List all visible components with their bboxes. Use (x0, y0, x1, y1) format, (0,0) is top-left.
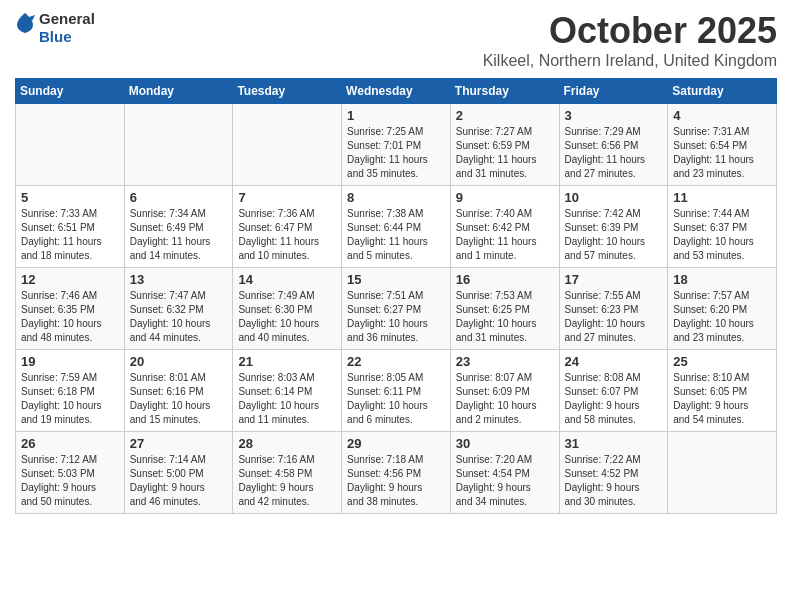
calendar-cell: 1Sunrise: 7:25 AM Sunset: 7:01 PM Daylig… (342, 104, 451, 186)
day-number: 30 (456, 436, 554, 451)
day-number: 25 (673, 354, 771, 369)
calendar-body: 1Sunrise: 7:25 AM Sunset: 7:01 PM Daylig… (16, 104, 777, 514)
day-number: 14 (238, 272, 336, 287)
day-info: Sunrise: 7:47 AM Sunset: 6:32 PM Dayligh… (130, 289, 228, 345)
day-info: Sunrise: 7:38 AM Sunset: 6:44 PM Dayligh… (347, 207, 445, 263)
weekday-header-thursday: Thursday (450, 79, 559, 104)
day-number: 18 (673, 272, 771, 287)
day-number: 20 (130, 354, 228, 369)
calendar-cell: 5Sunrise: 7:33 AM Sunset: 6:51 PM Daylig… (16, 186, 125, 268)
page-container: General Blue October 2025 Kilkeel, North… (0, 0, 792, 524)
day-info: Sunrise: 8:05 AM Sunset: 6:11 PM Dayligh… (347, 371, 445, 427)
day-info: Sunrise: 7:53 AM Sunset: 6:25 PM Dayligh… (456, 289, 554, 345)
day-number: 4 (673, 108, 771, 123)
calendar-week-2: 12Sunrise: 7:46 AM Sunset: 6:35 PM Dayli… (16, 268, 777, 350)
weekday-header-friday: Friday (559, 79, 668, 104)
calendar-cell: 17Sunrise: 7:55 AM Sunset: 6:23 PM Dayli… (559, 268, 668, 350)
month-title: October 2025 (483, 10, 777, 52)
day-info: Sunrise: 7:36 AM Sunset: 6:47 PM Dayligh… (238, 207, 336, 263)
calendar-cell: 11Sunrise: 7:44 AM Sunset: 6:37 PM Dayli… (668, 186, 777, 268)
weekday-header-monday: Monday (124, 79, 233, 104)
calendar-cell: 2Sunrise: 7:27 AM Sunset: 6:59 PM Daylig… (450, 104, 559, 186)
calendar-cell: 30Sunrise: 7:20 AM Sunset: 4:54 PM Dayli… (450, 432, 559, 514)
day-info: Sunrise: 8:03 AM Sunset: 6:14 PM Dayligh… (238, 371, 336, 427)
calendar-cell: 15Sunrise: 7:51 AM Sunset: 6:27 PM Dayli… (342, 268, 451, 350)
logo-general: General (39, 10, 95, 28)
calendar-cell: 14Sunrise: 7:49 AM Sunset: 6:30 PM Dayli… (233, 268, 342, 350)
calendar-cell (16, 104, 125, 186)
day-number: 16 (456, 272, 554, 287)
calendar-cell: 25Sunrise: 8:10 AM Sunset: 6:05 PM Dayli… (668, 350, 777, 432)
weekday-header-tuesday: Tuesday (233, 79, 342, 104)
day-info: Sunrise: 7:42 AM Sunset: 6:39 PM Dayligh… (565, 207, 663, 263)
day-info: Sunrise: 7:51 AM Sunset: 6:27 PM Dayligh… (347, 289, 445, 345)
day-info: Sunrise: 7:59 AM Sunset: 6:18 PM Dayligh… (21, 371, 119, 427)
day-number: 5 (21, 190, 119, 205)
day-info: Sunrise: 7:20 AM Sunset: 4:54 PM Dayligh… (456, 453, 554, 509)
day-number: 6 (130, 190, 228, 205)
weekday-header-sunday: Sunday (16, 79, 125, 104)
calendar-cell: 10Sunrise: 7:42 AM Sunset: 6:39 PM Dayli… (559, 186, 668, 268)
day-number: 12 (21, 272, 119, 287)
location: Kilkeel, Northern Ireland, United Kingdo… (483, 52, 777, 70)
calendar-cell: 8Sunrise: 7:38 AM Sunset: 6:44 PM Daylig… (342, 186, 451, 268)
day-info: Sunrise: 7:14 AM Sunset: 5:00 PM Dayligh… (130, 453, 228, 509)
calendar-cell: 4Sunrise: 7:31 AM Sunset: 6:54 PM Daylig… (668, 104, 777, 186)
day-number: 1 (347, 108, 445, 123)
calendar-cell (668, 432, 777, 514)
weekday-header-saturday: Saturday (668, 79, 777, 104)
day-number: 8 (347, 190, 445, 205)
day-number: 2 (456, 108, 554, 123)
calendar-cell (124, 104, 233, 186)
logo-bird-icon (15, 11, 35, 46)
calendar-cell: 9Sunrise: 7:40 AM Sunset: 6:42 PM Daylig… (450, 186, 559, 268)
calendar-cell: 21Sunrise: 8:03 AM Sunset: 6:14 PM Dayli… (233, 350, 342, 432)
day-number: 23 (456, 354, 554, 369)
weekday-header-row: SundayMondayTuesdayWednesdayThursdayFrid… (16, 79, 777, 104)
calendar-cell: 19Sunrise: 7:59 AM Sunset: 6:18 PM Dayli… (16, 350, 125, 432)
day-number: 3 (565, 108, 663, 123)
day-number: 26 (21, 436, 119, 451)
day-info: Sunrise: 8:01 AM Sunset: 6:16 PM Dayligh… (130, 371, 228, 427)
calendar-week-1: 5Sunrise: 7:33 AM Sunset: 6:51 PM Daylig… (16, 186, 777, 268)
day-number: 27 (130, 436, 228, 451)
day-info: Sunrise: 7:18 AM Sunset: 4:56 PM Dayligh… (347, 453, 445, 509)
day-number: 21 (238, 354, 336, 369)
day-info: Sunrise: 8:08 AM Sunset: 6:07 PM Dayligh… (565, 371, 663, 427)
day-number: 10 (565, 190, 663, 205)
calendar-table: SundayMondayTuesdayWednesdayThursdayFrid… (15, 78, 777, 514)
day-info: Sunrise: 7:25 AM Sunset: 7:01 PM Dayligh… (347, 125, 445, 181)
calendar-cell (233, 104, 342, 186)
calendar-cell: 26Sunrise: 7:12 AM Sunset: 5:03 PM Dayli… (16, 432, 125, 514)
day-info: Sunrise: 7:27 AM Sunset: 6:59 PM Dayligh… (456, 125, 554, 181)
calendar-cell: 31Sunrise: 7:22 AM Sunset: 4:52 PM Dayli… (559, 432, 668, 514)
day-number: 9 (456, 190, 554, 205)
calendar-cell: 6Sunrise: 7:34 AM Sunset: 6:49 PM Daylig… (124, 186, 233, 268)
calendar-cell: 29Sunrise: 7:18 AM Sunset: 4:56 PM Dayli… (342, 432, 451, 514)
calendar-cell: 18Sunrise: 7:57 AM Sunset: 6:20 PM Dayli… (668, 268, 777, 350)
day-info: Sunrise: 7:33 AM Sunset: 6:51 PM Dayligh… (21, 207, 119, 263)
day-number: 17 (565, 272, 663, 287)
day-number: 15 (347, 272, 445, 287)
day-number: 29 (347, 436, 445, 451)
day-info: Sunrise: 7:31 AM Sunset: 6:54 PM Dayligh… (673, 125, 771, 181)
calendar-week-0: 1Sunrise: 7:25 AM Sunset: 7:01 PM Daylig… (16, 104, 777, 186)
day-number: 28 (238, 436, 336, 451)
calendar-cell: 20Sunrise: 8:01 AM Sunset: 6:16 PM Dayli… (124, 350, 233, 432)
calendar-week-3: 19Sunrise: 7:59 AM Sunset: 6:18 PM Dayli… (16, 350, 777, 432)
logo-blue: Blue (39, 28, 95, 46)
day-number: 24 (565, 354, 663, 369)
header: General Blue October 2025 Kilkeel, North… (15, 10, 777, 70)
calendar-cell: 7Sunrise: 7:36 AM Sunset: 6:47 PM Daylig… (233, 186, 342, 268)
calendar-week-4: 26Sunrise: 7:12 AM Sunset: 5:03 PM Dayli… (16, 432, 777, 514)
calendar-cell: 16Sunrise: 7:53 AM Sunset: 6:25 PM Dayli… (450, 268, 559, 350)
day-number: 19 (21, 354, 119, 369)
day-number: 13 (130, 272, 228, 287)
title-area: October 2025 Kilkeel, Northern Ireland, … (483, 10, 777, 70)
day-number: 22 (347, 354, 445, 369)
calendar-cell: 24Sunrise: 8:08 AM Sunset: 6:07 PM Dayli… (559, 350, 668, 432)
day-info: Sunrise: 8:10 AM Sunset: 6:05 PM Dayligh… (673, 371, 771, 427)
calendar-cell: 22Sunrise: 8:05 AM Sunset: 6:11 PM Dayli… (342, 350, 451, 432)
day-info: Sunrise: 7:57 AM Sunset: 6:20 PM Dayligh… (673, 289, 771, 345)
day-number: 11 (673, 190, 771, 205)
